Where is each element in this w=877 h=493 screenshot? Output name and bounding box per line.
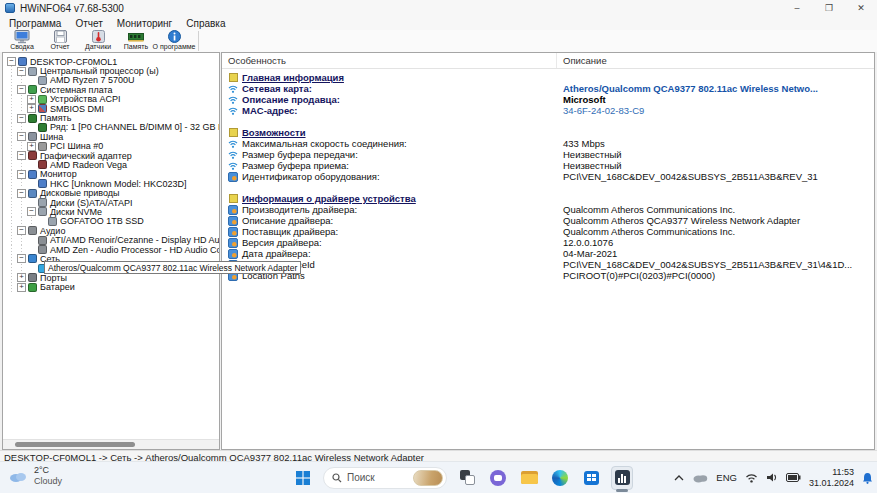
detail-row[interactable]: Размер буфера приема:Неизвестный [222,160,874,171]
toolbar-button-4[interactable]: О программе [155,30,193,52]
detail-row[interactable]: Размер буфера передачи:Неизвестный [222,149,874,160]
collapse-icon[interactable]: − [17,254,26,263]
detail-row[interactable]: Дата драйвера:04-Mar-2021 [222,248,874,259]
tree-item[interactable]: −Системная плата [3,85,219,94]
details-section-header[interactable]: Информация о драйвере устройства [222,193,874,204]
tree-item[interactable]: −Память [3,113,219,122]
tree-item[interactable]: +Порты [3,273,219,282]
restore-button[interactable]: ❐ [813,0,845,16]
tree-item[interactable]: +SMBIOS DMI [3,104,219,113]
feature-label: Описание продавца: [242,94,340,105]
tree-item[interactable]: −Аудио [3,226,219,235]
minimize-button[interactable]: – [781,0,813,16]
toolbar-button-2[interactable]: Датчики [79,30,117,52]
cpu-icon [38,76,47,85]
collapse-icon[interactable]: − [27,207,36,216]
chat-button[interactable] [487,466,509,490]
tree-item[interactable]: −Монитор [3,170,219,179]
tree-item[interactable]: +Батареи [3,282,219,291]
detail-row[interactable]: Описание драйвера:Qualcomm Atheros QCA93… [222,215,874,226]
collapse-icon[interactable]: − [17,170,26,179]
detail-row[interactable]: Идентификатор оборудования:PCI\VEN_168C&… [222,171,874,182]
menu-item-2[interactable]: Мониторинг [110,18,179,29]
drives-icon [28,189,37,198]
collapse-icon[interactable]: − [7,57,16,66]
battery-icon [28,283,37,292]
tree-item[interactable]: HKC [Unknown Model: HKC023D] [3,179,219,188]
details-section-header[interactable]: Возможности [222,127,874,138]
battery-icon[interactable] [786,473,801,482]
task-view-button[interactable] [456,466,478,490]
notification-bell-icon[interactable] [862,472,873,484]
tree-item[interactable]: GOFATOO 1TB SSD [3,217,219,226]
collapse-icon[interactable]: − [17,114,26,123]
toolbar-button-1[interactable]: Отчет [41,30,79,52]
close-button[interactable]: ✕ [845,0,877,16]
hwinfo-taskbar-button[interactable] [611,466,633,490]
wifi-icon [228,106,238,116]
menu-item-3[interactable]: Справка [179,18,232,29]
detail-row[interactable]: Сетевая карта:Atheros/Qualcomm QCA9377 8… [222,83,874,94]
tree-item[interactable]: +PCI Шина #0 [3,142,219,151]
details-section-header[interactable]: Главная информация [222,72,874,83]
tree-item[interactable]: −Графический адаптер [3,151,219,160]
tree-item[interactable]: +Устройства ACPI [3,95,219,104]
tree-item[interactable]: −DESKTOP-CF0MOL1 [3,57,219,66]
weather-widget[interactable]: 2°C Cloudy [8,465,62,487]
expand-icon[interactable]: + [27,142,36,151]
detail-row[interactable]: Location PathsPCIROOT(0)#PCI(0203)#PCI(0… [222,270,874,281]
speaker-icon[interactable] [766,472,778,483]
active-app-indicator [616,489,628,492]
collapse-icon[interactable]: − [17,226,26,235]
column-header-feature[interactable]: Особенность [222,53,557,68]
toolbar-button-3[interactable]: Память [117,30,155,52]
search-daily-image[interactable] [413,470,443,486]
tree-item[interactable]: −Центральный процессор (ы) [3,66,219,75]
detail-row[interactable]: Версия драйвера:12.0.0.1076 [222,237,874,248]
collapse-icon[interactable]: − [17,151,26,160]
toolbar-button-0[interactable]: Сводка [3,30,41,52]
tree-horizontal-scrollbar[interactable] [3,439,219,449]
detail-row[interactable]: Производитель драйвера:Qualcomm Atheros … [222,204,874,215]
tree-item[interactable]: ATI/AMD Renoir/Cezanne - Display HD Audi… [3,235,219,244]
tree-item[interactable]: Диски (S)ATA/ATAPI [3,198,219,207]
tree-item[interactable]: AMD Radeon Vega [3,160,219,169]
tree-guide-line [7,160,17,169]
menu-item-0[interactable]: Программа [2,18,68,29]
edge-button[interactable] [549,466,571,490]
tree-item[interactable]: −Дисковые приводы [3,188,219,197]
onedrive-cloud-icon[interactable] [692,472,708,483]
collapse-icon[interactable]: − [17,189,26,198]
expand-icon[interactable]: + [17,273,26,282]
menu-item-1[interactable]: Отчет [68,18,109,29]
file-explorer-button[interactable] [518,466,540,490]
language-indicator[interactable]: ENG [716,472,737,483]
clock[interactable]: 11:53 31.01.2024 [809,467,854,488]
collapse-icon[interactable]: − [17,85,26,94]
tree-item[interactable]: −Диски NVMe [3,207,219,216]
scrollbar-thumb[interactable] [15,442,135,447]
collapse-icon[interactable]: − [17,67,26,76]
tree-item[interactable]: −Шина [3,132,219,141]
hidden-icons-chevron-icon[interactable] [674,474,684,482]
detail-row[interactable]: Описание продавца:Microsoft [222,94,874,105]
start-button[interactable] [292,466,314,490]
tree-item[interactable]: AMD Ryzen 7 5700U [3,76,219,85]
tree-item[interactable]: Ряд: 1 [P0 CHANNEL B/DIMM 0] - 32 GB PC4… [3,123,219,132]
detail-row[interactable]: MAC-адрес:34-6F-24-02-83-C9 [222,105,874,116]
expand-icon[interactable]: + [17,283,26,292]
tree-item[interactable]: AMD Zen - Audio Processor - HD Audio Con… [3,245,219,254]
wifi-icon [228,84,238,94]
microsoft-store-button[interactable] [580,466,602,490]
taskbar-search[interactable]: Поиск [323,467,447,489]
description-value: Atheros/Qualcomm QCA9377 802.11ac Wirele… [557,83,874,94]
wifi-status-icon[interactable] [745,473,758,483]
description-value: 04-Mar-2021 [557,248,874,259]
bus-icon [28,132,37,141]
expand-icon[interactable]: + [27,104,36,113]
detail-row[interactable]: Поставщик драйвера:Qualcomm Atheros Comm… [222,226,874,237]
detail-row[interactable]: Максимальная скорость соединения:433 Mbp… [222,138,874,149]
detail-row[interactable]: DeviceInstanceIdPCI\VEN_168C&DEV_0042&SU… [222,259,874,270]
collapse-icon[interactable]: − [17,132,26,141]
column-header-description[interactable]: Описание [557,55,874,66]
